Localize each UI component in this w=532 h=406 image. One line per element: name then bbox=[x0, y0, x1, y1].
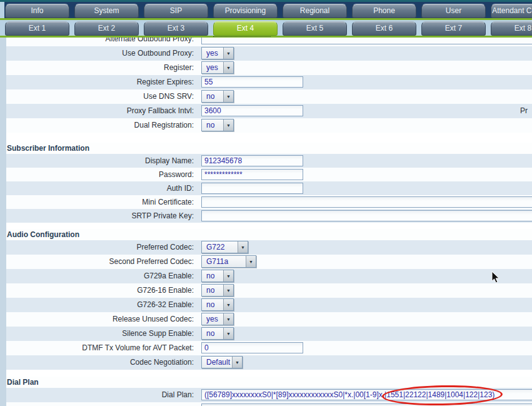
field-label: Use DNS SRV: bbox=[6, 89, 194, 104]
dropdown-value: no bbox=[202, 285, 223, 296]
form-row: Auth ID: bbox=[6, 181, 532, 195]
form-row: Mini Certificate: bbox=[6, 195, 532, 209]
dropdown-value: Default bbox=[202, 357, 232, 368]
tab-user[interactable]: User bbox=[421, 4, 486, 18]
form-section: Audio ConfigurationPreferred Codec:G722▼… bbox=[6, 229, 532, 240]
text-input[interactable] bbox=[201, 210, 532, 221]
dropdown[interactable]: Default▼ bbox=[201, 356, 243, 368]
section-header: Dial Plan bbox=[6, 377, 532, 388]
text-input[interactable] bbox=[201, 76, 303, 88]
field-label: Second Preferred Codec: bbox=[6, 255, 194, 269]
field-label: Alternate Outbound Proxy: bbox=[6, 38, 194, 46]
dropdown-arrow-icon[interactable]: ▼ bbox=[223, 48, 233, 59]
form-row: G726-16 Enable:no▼ bbox=[6, 283, 532, 298]
dropdown[interactable]: no▼ bbox=[201, 298, 234, 311]
text-input[interactable] bbox=[201, 105, 303, 116]
dropdown[interactable]: no▼ bbox=[201, 90, 234, 103]
dropdown-value: no bbox=[202, 328, 223, 339]
text-input[interactable] bbox=[201, 389, 532, 400]
dropdown[interactable]: no▼ bbox=[201, 270, 234, 282]
tab-attendant-console[interactable]: Attendant Console bbox=[491, 4, 532, 18]
field-label: Register: bbox=[6, 61, 194, 75]
dropdown-arrow-icon[interactable]: ▼ bbox=[223, 285, 233, 296]
dropdown-arrow-icon[interactable]: ▼ bbox=[223, 91, 233, 102]
field-label: Proxy Fallback Intvl: bbox=[6, 104, 194, 118]
form-section: Subscriber InformationDisplay Name:Passw… bbox=[6, 143, 532, 154]
dropdown[interactable]: no▼ bbox=[201, 327, 234, 340]
form-row: Register Expires: bbox=[6, 75, 532, 89]
form-row: Use Outbound Proxy:yes▼ bbox=[6, 46, 532, 61]
tab-ext-7[interactable]: Ext 7 bbox=[421, 21, 486, 36]
form-row: Preferred Codec:G722▼ bbox=[6, 240, 532, 255]
tab-provisioning[interactable]: Provisioning bbox=[213, 4, 278, 18]
dropdown-arrow-icon[interactable]: ▼ bbox=[223, 270, 233, 282]
text-input[interactable] bbox=[201, 403, 532, 406]
dropdown-arrow-icon[interactable]: ▼ bbox=[223, 328, 233, 339]
form-row: Register:yes▼ bbox=[6, 61, 532, 75]
dropdown-value: G711a bbox=[202, 256, 246, 267]
tab-phone[interactable]: Phone bbox=[352, 4, 416, 18]
dropdown-value: G722 bbox=[202, 241, 238, 253]
field-label: Silence Supp Enable: bbox=[6, 327, 194, 341]
field-label: Codec Negotiation: bbox=[6, 355, 194, 370]
field-label: Dual Registration: bbox=[6, 118, 194, 133]
dropdown-arrow-icon[interactable]: ▼ bbox=[238, 241, 248, 253]
dropdown[interactable]: yes▼ bbox=[201, 61, 234, 74]
dropdown[interactable]: no▼ bbox=[201, 119, 234, 131]
field-label: G726-16 Enable: bbox=[6, 283, 194, 298]
dropdown[interactable]: yes▼ bbox=[201, 313, 234, 325]
tab-ext-5[interactable]: Ext 5 bbox=[283, 21, 347, 36]
field-label: G729a Enable: bbox=[6, 269, 194, 283]
field-label: SRTP Private Key: bbox=[6, 209, 194, 223]
text-input[interactable] bbox=[201, 169, 303, 180]
dropdown[interactable]: G722▼ bbox=[201, 241, 248, 253]
tab-ext-8[interactable]: Ext 8 bbox=[491, 21, 532, 36]
dropdown[interactable]: yes▼ bbox=[201, 47, 234, 59]
text-input[interactable] bbox=[201, 342, 303, 353]
tab-ext-4[interactable]: Ext 4 bbox=[213, 21, 278, 36]
form-row: Dual Registration:no▼ bbox=[6, 118, 532, 133]
dropdown-value: no bbox=[202, 91, 223, 102]
right-column-label: Pr bbox=[520, 104, 528, 118]
tab-system[interactable]: System bbox=[74, 4, 139, 18]
text-input[interactable] bbox=[201, 196, 532, 208]
tab-ext-3[interactable]: Ext 3 bbox=[144, 21, 208, 36]
tab-ext-2[interactable]: Ext 2 bbox=[74, 21, 139, 36]
field-label: Release Unused Codec: bbox=[6, 312, 194, 327]
text-input[interactable] bbox=[201, 155, 303, 166]
form-row: Release Unused Codec:yes▼ bbox=[6, 312, 532, 327]
text-input[interactable] bbox=[201, 38, 532, 44]
form-row: Display Name: bbox=[6, 154, 532, 168]
field-label: G726-32 Enable: bbox=[6, 298, 194, 312]
form-row: Use DNS SRV:no▼ bbox=[6, 89, 532, 104]
form-row: DTMF Tx Volume for AVT Packet: bbox=[6, 341, 532, 355]
form-row: Password: bbox=[6, 168, 532, 181]
form-section: Dial PlanDial Plan:Caller ID Map: bbox=[6, 377, 532, 388]
tab-sip[interactable]: SIP bbox=[144, 4, 208, 18]
dropdown-value: yes bbox=[202, 48, 223, 59]
phone-admin-page: InfoSystemSIPProvisioningRegionalPhoneUs… bbox=[0, 0, 532, 406]
section-header: Subscriber Information bbox=[6, 143, 532, 154]
dropdown-value: no bbox=[202, 119, 223, 131]
dropdown[interactable]: G711a▼ bbox=[201, 255, 256, 268]
form-row: G729a Enable:no▼ bbox=[6, 269, 532, 283]
field-label: Preferred Codec: bbox=[6, 240, 194, 255]
dropdown-arrow-icon[interactable]: ▼ bbox=[223, 62, 233, 73]
tab-info[interactable]: Info bbox=[5, 4, 69, 18]
dropdown-arrow-icon[interactable]: ▼ bbox=[232, 357, 242, 368]
tab-ext-1[interactable]: Ext 1 bbox=[5, 21, 69, 36]
dropdown-arrow-icon[interactable]: ▼ bbox=[246, 256, 256, 267]
dropdown-arrow-icon[interactable]: ▼ bbox=[223, 313, 233, 325]
text-input[interactable] bbox=[201, 183, 303, 194]
dropdown-arrow-icon[interactable]: ▼ bbox=[223, 299, 233, 310]
tab-regional[interactable]: Regional bbox=[283, 4, 347, 18]
dropdown-value: no bbox=[202, 299, 223, 310]
field-label: Mini Certificate: bbox=[6, 195, 194, 209]
dropdown[interactable]: no▼ bbox=[201, 284, 234, 297]
dropdown-value: yes bbox=[202, 62, 223, 73]
field-label: Dial Plan: bbox=[6, 388, 194, 402]
form-row: G726-32 Enable:no▼ bbox=[6, 298, 532, 312]
tab-ext-6[interactable]: Ext 6 bbox=[352, 21, 416, 36]
dropdown-arrow-icon[interactable]: ▼ bbox=[223, 119, 233, 131]
form-row: Codec Negotiation:Default▼ bbox=[6, 355, 532, 370]
